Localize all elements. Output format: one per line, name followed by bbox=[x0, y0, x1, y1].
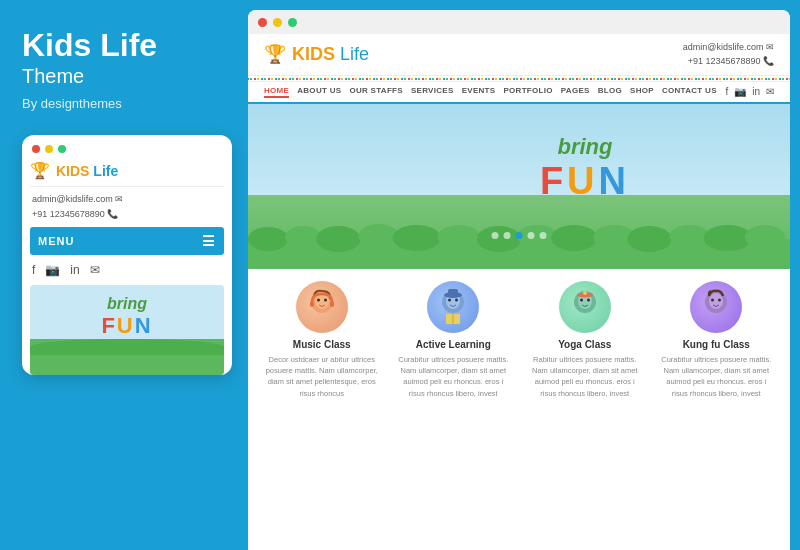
svg-point-34 bbox=[583, 291, 587, 295]
svg-point-18 bbox=[324, 298, 327, 301]
nav-item-services[interactable]: SERVICES bbox=[411, 86, 454, 98]
nav-item-shop[interactable]: SHOP bbox=[630, 86, 654, 98]
mobile-nav-bar[interactable]: MENU ☰ bbox=[30, 227, 224, 255]
mobile-nav-label: MENU bbox=[38, 235, 74, 247]
nav-linkedin-icon[interactable]: in bbox=[752, 86, 760, 97]
theme-author: By designthemes bbox=[22, 96, 226, 111]
nav-instagram-icon[interactable]: 📷 bbox=[734, 86, 746, 97]
svg-point-3 bbox=[316, 226, 360, 252]
nav-facebook-icon[interactable]: f bbox=[725, 86, 728, 97]
svg-point-38 bbox=[718, 298, 721, 301]
hero-grass bbox=[248, 219, 790, 269]
svg-point-14 bbox=[745, 225, 785, 249]
dt-dot-yellow bbox=[273, 18, 282, 27]
class-avatar-music bbox=[296, 281, 348, 333]
svg-point-32 bbox=[587, 298, 590, 301]
class-name-music: Music Class bbox=[264, 339, 380, 350]
hero-text-block: bring FUN bbox=[540, 134, 630, 203]
nav-item-contact[interactable]: CONTACT US bbox=[662, 86, 717, 98]
site-hero: bring FUN bbox=[248, 104, 790, 269]
class-name-learning: Active Learning bbox=[396, 339, 512, 350]
hamburger-icon[interactable]: ☰ bbox=[202, 233, 216, 249]
hero-dot-1[interactable] bbox=[492, 232, 499, 239]
mobile-grass-top bbox=[30, 339, 224, 355]
svg-point-9 bbox=[551, 225, 597, 251]
nav-item-about[interactable]: ABOUT US bbox=[297, 86, 341, 98]
svg-point-37 bbox=[711, 298, 714, 301]
mobile-dot-yellow bbox=[45, 145, 53, 153]
class-card-learning: Active Learning Curabitur ultrices posue… bbox=[396, 281, 512, 399]
svg-point-31 bbox=[580, 298, 583, 301]
site-phone: +91 12345678890 📞 bbox=[683, 54, 774, 68]
mobile-phone: +91 12345678890 📞 bbox=[32, 207, 118, 221]
mobile-grass bbox=[30, 347, 224, 375]
site-logo-text: KIDS Life bbox=[292, 44, 369, 65]
nav-item-staffs[interactable]: OUR STAFFS bbox=[349, 86, 403, 98]
mobile-titlebar-dots bbox=[30, 145, 224, 153]
class-desc-yoga: Rabitur ultrices posuere mattis. Nam ull… bbox=[527, 354, 643, 399]
nav-item-events[interactable]: EVENTS bbox=[462, 86, 496, 98]
facebook-icon[interactable]: f bbox=[32, 263, 35, 277]
mobile-dot-green bbox=[58, 145, 66, 153]
svg-point-17 bbox=[317, 298, 320, 301]
hero-dot-4[interactable] bbox=[528, 232, 535, 239]
mobile-preview: 🏆 KIDS Life admin@kidslife.com ✉ +91 123… bbox=[22, 135, 232, 375]
mobile-fun-text: FUN bbox=[101, 313, 152, 339]
nav-item-pages[interactable]: PAGES bbox=[561, 86, 590, 98]
linkedin-icon[interactable]: in bbox=[70, 263, 79, 277]
mobile-logo: KIDS Life bbox=[56, 163, 118, 179]
mobile-contact-info: admin@kidslife.com ✉ +91 12345678890 📞 bbox=[30, 192, 224, 221]
hero-dot-2[interactable] bbox=[504, 232, 511, 239]
email-icon[interactable]: ✉ bbox=[90, 263, 100, 277]
site-header: 🏆 KIDS Life admin@kidslife.com ✉ +91 123… bbox=[248, 34, 790, 76]
class-desc-kungfu: Curabitur ultrices posuere mattis. Nam u… bbox=[659, 354, 775, 399]
dt-dot-green bbox=[288, 18, 297, 27]
svg-point-5 bbox=[393, 225, 441, 251]
hero-dot-5[interactable] bbox=[540, 232, 547, 239]
svg-point-23 bbox=[448, 298, 451, 301]
mobile-hero: bring FUN bbox=[30, 285, 224, 375]
mobile-dot-red bbox=[32, 145, 40, 153]
hero-fun-text: FUN bbox=[540, 160, 630, 203]
mobile-social-icons: f 📷 in ✉ bbox=[30, 263, 224, 277]
left-panel: Kids Life Theme By designthemes 🏆 KIDS L… bbox=[0, 0, 248, 550]
nav-item-blog[interactable]: BLOG bbox=[598, 86, 622, 98]
svg-point-13 bbox=[704, 225, 752, 251]
instagram-icon[interactable]: 📷 bbox=[45, 263, 60, 277]
site-trophy-icon: 🏆 bbox=[264, 43, 286, 65]
mobile-site-header: 🏆 KIDS Life bbox=[30, 161, 224, 187]
hero-bring-text: bring bbox=[540, 134, 630, 160]
desktop-titlebar bbox=[248, 10, 790, 34]
svg-point-24 bbox=[455, 298, 458, 301]
nav-item-portfolio[interactable]: PORTFOLIO bbox=[503, 86, 552, 98]
class-name-yoga: Yoga Class bbox=[527, 339, 643, 350]
svg-point-12 bbox=[670, 225, 710, 247]
svg-rect-26 bbox=[448, 289, 458, 296]
svg-rect-19 bbox=[310, 301, 314, 307]
class-card-kungfu: Kung fu Class Curabitur ultrices posuere… bbox=[659, 281, 775, 399]
mobile-trophy-icon: 🏆 bbox=[30, 161, 50, 180]
theme-title: Kids Life bbox=[22, 28, 226, 63]
site-nav: HOME ABOUT US OUR STAFFS SERVICES EVENTS… bbox=[248, 82, 790, 104]
svg-point-2 bbox=[285, 226, 321, 248]
svg-point-11 bbox=[627, 226, 671, 252]
site-email: admin@kidslife.com ✉ bbox=[683, 40, 774, 54]
nav-social-icons: f 📷 in ✉ bbox=[725, 86, 774, 97]
dt-dot-red bbox=[258, 18, 267, 27]
hero-slider-dots bbox=[492, 232, 547, 239]
mobile-email: admin@kidslife.com ✉ bbox=[32, 192, 123, 206]
nav-item-home[interactable]: HOME bbox=[264, 86, 289, 98]
site-contact-info: admin@kidslife.com ✉ +91 12345678890 📞 bbox=[683, 40, 774, 69]
svg-point-7 bbox=[477, 226, 521, 252]
svg-rect-20 bbox=[330, 301, 334, 307]
nav-items: HOME ABOUT US OUR STAFFS SERVICES EVENTS… bbox=[264, 86, 717, 98]
svg-point-4 bbox=[358, 224, 398, 248]
class-name-kungfu: Kung fu Class bbox=[659, 339, 775, 350]
theme-subtitle: Theme bbox=[22, 65, 226, 88]
svg-point-6 bbox=[438, 225, 480, 249]
nav-email-icon[interactable]: ✉ bbox=[766, 86, 774, 97]
hero-dot-3[interactable] bbox=[516, 232, 523, 239]
right-panel: 🏆 KIDS Life admin@kidslife.com ✉ +91 123… bbox=[248, 10, 790, 550]
class-avatar-yoga bbox=[559, 281, 611, 333]
class-desc-learning: Curabitur ultrices posuere mattis. Nam u… bbox=[396, 354, 512, 399]
